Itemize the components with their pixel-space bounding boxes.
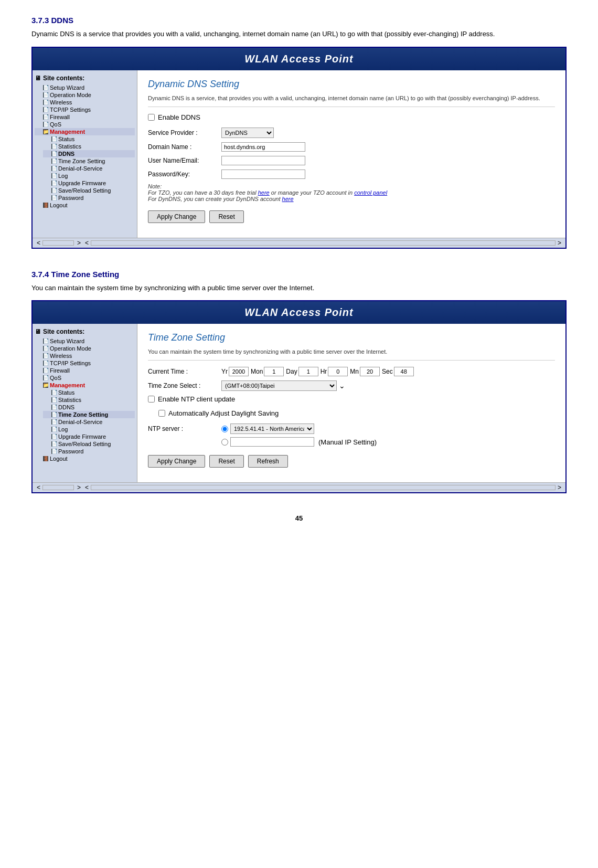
sidebar-item-password[interactable]: 📄 Password <box>43 194 135 202</box>
timezone-select-arrow: ⌄ <box>339 382 345 390</box>
tz-refresh-btn[interactable]: Refresh <box>248 455 288 468</box>
sidebar-item-ddns[interactable]: 📄 DDNS <box>43 150 135 157</box>
sidebar-item-firewall[interactable]: 📄 Firewall <box>35 113 135 121</box>
page-icon-dos: 📄 <box>51 166 57 171</box>
service-provider-select[interactable]: DynDNS TZO <box>221 128 274 138</box>
sidebar2-item-setup-wizard[interactable]: 📄 Setup Wizard <box>35 337 135 345</box>
page-icon-stats: 📄 <box>51 144 57 149</box>
page-icon-tcp: 📄 <box>43 107 48 112</box>
sidebar2-item-firewall[interactable]: 📄 Firewall <box>35 367 135 374</box>
sidebar-item-statistics[interactable]: 📄 Statistics <box>43 143 135 150</box>
sidebar1-statistics: Statistics <box>58 143 81 150</box>
ddns-form: Enable DDNS Service Provider : DynDNS TZ… <box>148 113 555 223</box>
sidebar1-group-mgmt: 📄 Status 📄 Statistics 📄 DDNS 📄 Time Zone… <box>35 135 135 202</box>
note-label: Note: <box>148 183 162 189</box>
username-input[interactable] <box>221 156 305 165</box>
enable-ntp-checkbox[interactable] <box>148 396 155 403</box>
ddns-apply-btn[interactable]: Apply Change <box>148 210 205 223</box>
sidebar2-item-ddns[interactable]: 📄 DDNS <box>43 404 135 411</box>
panel2-nav-left[interactable]: < <box>35 484 42 491</box>
page-icon2-qos: 📄 <box>43 375 48 380</box>
sidebar2-item-statistics[interactable]: 📄 Statistics <box>43 396 135 404</box>
ntp-manual-input[interactable] <box>230 437 314 447</box>
username-row: User Name/Email: <box>148 156 555 165</box>
page-icon2-wl: 📄 <box>43 353 48 358</box>
panel1-nav-left[interactable]: < <box>35 239 42 247</box>
sidebar1-wireless: Wireless <box>50 99 72 105</box>
page-icon-wl: 📄 <box>43 100 48 105</box>
hr-input[interactable] <box>328 367 348 376</box>
sidebar2-item-dos[interactable]: 📄 Denial-of-Service <box>43 418 135 426</box>
sidebar1-log: Log <box>58 173 68 179</box>
sidebar2-item-firmware[interactable]: 📄 Upgrade Firmware <box>43 433 135 440</box>
sidebar-item-timezone[interactable]: 📄 Time Zone Setting <box>43 157 135 165</box>
password-input[interactable] <box>221 170 305 179</box>
note-link3[interactable]: here <box>282 196 294 202</box>
domain-name-input[interactable] <box>221 142 305 152</box>
panel2-main: Time Zone Setting You can maintain the s… <box>137 324 565 482</box>
page-number: 45 <box>31 514 567 522</box>
sidebar2-item-status[interactable]: 📄 Status <box>43 389 135 396</box>
sidebar1-title: 🖥 Site contents: <box>35 75 135 82</box>
page-icon-log: 📄 <box>51 173 57 178</box>
panel1-nav-right-inner[interactable]: > <box>75 239 83 247</box>
note-link2[interactable]: control panel <box>354 189 387 196</box>
yr-input[interactable] <box>229 367 249 376</box>
sidebar-item-qos[interactable]: 📄 QoS <box>35 121 135 128</box>
ntp-server-select[interactable]: 192.5.41.41 - North America Other <box>230 424 314 434</box>
page-icon2-fw: 📄 <box>43 368 48 373</box>
page-icon-status: 📄 <box>51 136 57 142</box>
sidebar-item-management[interactable]: 📁 Management <box>35 128 135 135</box>
sidebar-item-tcpip[interactable]: 📄 TCP/IP Settings <box>35 106 135 113</box>
auto-dst-checkbox[interactable] <box>158 410 165 417</box>
page-icon2-fw2: 📄 <box>51 434 57 439</box>
sidebar2-item-qos[interactable]: 📄 QoS <box>35 374 135 382</box>
sidebar2-item-operation-mode[interactable]: 📄 Operation Mode <box>35 345 135 352</box>
sec-input[interactable] <box>394 367 414 376</box>
sidebar2-item-logout[interactable]: 🚪 Logout <box>35 455 135 462</box>
sidebar-item-log[interactable]: 📄 Log <box>43 172 135 179</box>
sidebar-item-status[interactable]: 📄 Status <box>43 135 135 143</box>
panel1-nav-right[interactable]: > <box>556 239 563 247</box>
mon-input[interactable] <box>264 367 284 376</box>
sidebar-item-setup-wizard[interactable]: 📄 Setup Wizard <box>35 84 135 91</box>
panel1-header-title: WLAN Access Point <box>244 53 353 65</box>
service-provider-label: Service Provider : <box>148 129 221 136</box>
folder-icon-mgmt: 📁 <box>43 129 48 134</box>
sidebar2-item-management[interactable]: 📁 Management <box>35 382 135 389</box>
page-icon-fw2: 📄 <box>51 181 57 186</box>
timezone-select[interactable]: (GMT+08:00)Taipei (GMT+00:00)UTC (GMT-05… <box>221 380 337 391</box>
tz-apply-btn[interactable]: Apply Change <box>148 455 205 468</box>
ntp-radio1[interactable] <box>221 426 228 432</box>
sidebar2-item-savereload[interactable]: 📄 Save/Reload Setting <box>43 440 135 448</box>
ntp-server-section: NTP server : 192.5.41.41 - North America… <box>148 424 555 447</box>
panel2-nav-right[interactable]: > <box>556 484 563 491</box>
panel2-header-title: WLAN Access Point <box>244 306 353 318</box>
sidebar-item-logout[interactable]: 🚪 Logout <box>35 202 135 209</box>
sidebar1-firewall: Firewall <box>50 114 70 120</box>
sidebar-item-dos[interactable]: 📄 Denial-of-Service <box>43 165 135 172</box>
sidebar2-item-timezone[interactable]: 📄 Time Zone Setting <box>43 411 135 418</box>
panel1-nav-left-inner[interactable]: < <box>83 239 91 247</box>
note-link1[interactable]: here <box>258 189 270 196</box>
sidebar2-item-password[interactable]: 📄 Password <box>43 448 135 455</box>
day-input[interactable] <box>298 367 318 376</box>
panel2-nav-left-inner[interactable]: < <box>83 484 91 491</box>
sidebar-item-operation-mode[interactable]: 📄 Operation Mode <box>35 91 135 99</box>
ntp-radio2[interactable] <box>221 439 228 446</box>
ddns-reset-btn[interactable]: Reset <box>209 210 243 223</box>
sidebar-item-savereload[interactable]: 📄 Save/Reload Setting <box>43 187 135 194</box>
tz-reset-btn[interactable]: Reset <box>209 455 243 468</box>
sidebar2-item-tcpip[interactable]: 📄 TCP/IP Settings <box>35 359 135 367</box>
logout-icon: 🚪 <box>43 203 48 208</box>
sidebar2-item-log[interactable]: 📄 Log <box>43 426 135 433</box>
sidebar-item-wireless[interactable]: 📄 Wireless <box>35 99 135 106</box>
panel2-nav-right-inner[interactable]: > <box>75 484 83 491</box>
enable-ddns-checkbox[interactable] <box>148 114 155 121</box>
mn-input[interactable] <box>360 367 380 376</box>
sidebar1-savereload: Save/Reload Setting <box>58 187 111 194</box>
sidebar-item-firmware[interactable]: 📄 Upgrade Firmware <box>43 179 135 187</box>
page-icon-sw: 📄 <box>43 85 48 90</box>
sidebar2-item-wireless[interactable]: 📄 Wireless <box>35 352 135 359</box>
page-icon-fw: 📄 <box>43 114 48 120</box>
